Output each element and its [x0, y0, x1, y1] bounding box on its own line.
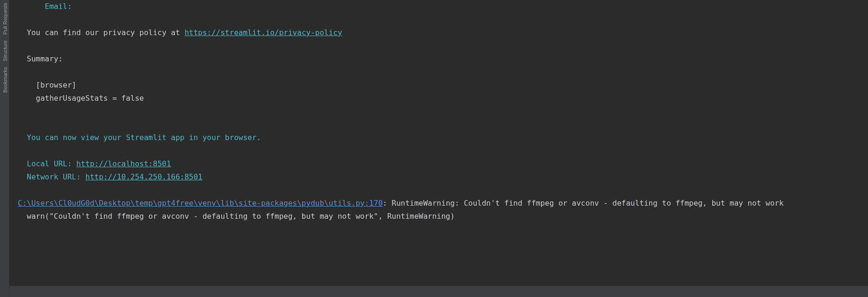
local-url-line: Local URL: http://localhost:8501	[18, 159, 171, 168]
summary-header: Summary:	[18, 54, 63, 63]
privacy-policy-link[interactable]: https://streamlit.io/privacy-policy	[184, 28, 342, 37]
ide-status-bar	[9, 286, 868, 297]
privacy-line: You can find our privacy policy at https…	[18, 28, 342, 37]
streamlit-ready-message: You can now view your Streamlit app in y…	[18, 133, 261, 142]
local-url-link[interactable]: http://localhost:8501	[76, 159, 171, 168]
warn-call-line: warn("Couldn't find ffmpeg or avconv - d…	[18, 212, 455, 221]
config-gather-usage-stats: gatherUsageStats = false	[18, 94, 144, 103]
ide-left-gutter: Pull Requests Structure Bookmarks	[0, 0, 9, 297]
terminal-panel[interactable]: Email: You can find our privacy policy a…	[9, 0, 868, 286]
runtime-warning-line: C:\Users\Cl0udG0d\Desktop\temp\gpt4free\…	[18, 199, 784, 208]
email-prompt: Email:	[18, 2, 72, 11]
network-url-line: Network URL: http://10.254.250.166:8501	[18, 172, 203, 181]
config-section-browser: [browser]	[18, 81, 76, 89]
warning-source-link[interactable]: C:\Users\Cl0udG0d\Desktop\temp\gpt4free\…	[18, 199, 383, 208]
network-url-link[interactable]: http://10.254.250.166:8501	[86, 172, 203, 181]
